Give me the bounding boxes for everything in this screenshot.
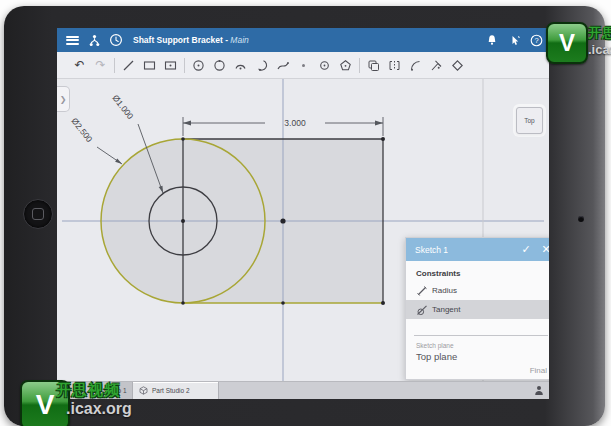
arc-tool-icon[interactable] xyxy=(230,54,251,76)
part-studio-icon xyxy=(139,386,148,395)
branch-name: Main xyxy=(230,35,248,45)
panel-divider xyxy=(414,335,548,336)
tangent-constraint-icon xyxy=(416,304,432,316)
spline-tool-icon[interactable] xyxy=(272,54,293,76)
home-button[interactable] xyxy=(23,199,53,229)
circle-center-point xyxy=(181,219,185,223)
home-button-glyph xyxy=(32,208,44,220)
origin-point xyxy=(280,218,285,223)
constraint-row-tangent[interactable]: Tangent xyxy=(406,300,549,319)
ellipse-tool-icon[interactable] xyxy=(314,54,335,76)
notifications-bell-icon[interactable] xyxy=(481,28,503,52)
history-clock-icon[interactable] xyxy=(105,28,127,52)
svg-text:?: ? xyxy=(534,36,538,45)
app-topbar: Shaft Support Bracket - Main ? xyxy=(57,28,549,52)
final-status-label: Final xyxy=(530,366,547,375)
three-point-arc-tool-icon[interactable] xyxy=(251,54,272,76)
watermark-top-right: V xyxy=(546,22,588,64)
help-icon[interactable]: ? xyxy=(525,28,547,52)
dimension-outer-diameter-value: Ø2.500 xyxy=(69,116,94,144)
watermark-logo: V xyxy=(546,22,588,64)
center-rectangle-tool-icon[interactable] xyxy=(160,54,181,76)
menu-icon[interactable] xyxy=(61,28,83,52)
fillet-tool-icon[interactable] xyxy=(405,54,426,76)
accept-check-icon[interactable]: ✓ xyxy=(516,243,536,256)
point-tool-icon[interactable] xyxy=(293,54,314,76)
constraint-label: Radius xyxy=(432,286,457,295)
radius-constraint-icon xyxy=(416,285,432,297)
line-tool-icon[interactable] xyxy=(118,54,139,76)
app-screen: Shaft Support Bracket - Main ? xyxy=(57,28,549,399)
versions-branch-icon[interactable] xyxy=(83,28,105,52)
polygon-tool-icon[interactable] xyxy=(335,54,356,76)
dimension-tool-icon[interactable] xyxy=(447,54,468,76)
center-circle-tool-icon[interactable] xyxy=(188,54,209,76)
dimension-width-value: 3.000 xyxy=(284,118,306,128)
watermark-top-right-text: 开思视频 .icax.org xyxy=(588,24,611,57)
dimension-inner-diameter-value: Ø1.000 xyxy=(110,93,135,121)
sketch-toolbar: ↶ ↷ xyxy=(57,52,549,79)
screenshot-root: { "topbar": { "title": "Shaft Support Br… xyxy=(0,0,611,426)
trim-tool-icon[interactable] xyxy=(426,54,447,76)
mirror-tool-icon[interactable] xyxy=(384,54,405,76)
dimension-outer-diameter[interactable]: Ø2.500 xyxy=(69,116,122,164)
feature-list-flyout[interactable]: ❯ xyxy=(57,86,70,112)
constraints-heading: Constraints xyxy=(416,269,549,278)
copy-icon[interactable] xyxy=(363,54,384,76)
constraint-row-radius[interactable]: Radius xyxy=(406,281,549,300)
touch-pointer-icon[interactable] xyxy=(503,28,525,52)
watermark-bottom-left-text: 开思视频 .icax.org xyxy=(56,381,132,418)
close-icon[interactable]: ✕ xyxy=(536,243,549,256)
rectangle-tool-icon[interactable] xyxy=(139,54,160,76)
undo-icon[interactable]: ↶ xyxy=(69,54,90,76)
sketch-dialog-title: Sketch 1 xyxy=(415,245,448,255)
sketch-plane-label: Sketch plane xyxy=(416,342,454,349)
sketch-dialog-header[interactable]: Sketch 1 ✓ ✕ xyxy=(406,238,549,261)
document-title: Shaft Support Bracket - Main xyxy=(133,35,249,45)
sketch-plane-value[interactable]: Top plane xyxy=(416,351,457,362)
perimeter-circle-tool-icon[interactable] xyxy=(209,54,230,76)
constraint-label: Tangent xyxy=(432,305,460,314)
tab-part-studio-2[interactable]: Part Studio 2 xyxy=(133,382,219,399)
user-person-icon[interactable] xyxy=(534,385,544,396)
redo-icon[interactable]: ↷ xyxy=(90,54,111,76)
camera-dot xyxy=(578,216,584,222)
view-cube-top[interactable]: Top xyxy=(516,107,543,134)
sketch-dialog: Sketch 1 ✓ ✕ Constraints Radius Tangent … xyxy=(405,237,549,380)
tab-label: Part Studio 2 xyxy=(152,387,190,394)
